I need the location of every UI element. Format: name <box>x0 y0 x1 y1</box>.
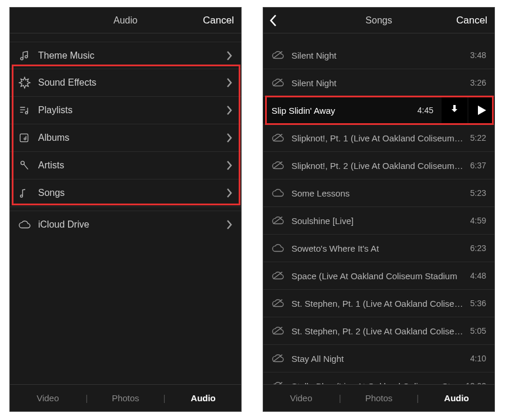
cloud-off-icon <box>272 50 291 60</box>
chevron-right-icon <box>226 160 233 171</box>
cancel-button[interactable]: Cancel <box>456 8 487 33</box>
row-label: Playlists <box>38 105 226 116</box>
songs-screen: Songs Cancel Silent Night3:48Silent Nigh… <box>263 7 495 412</box>
song-row[interactable]: Slipknot!, Pt. 2 (Live At Oakland Colise… <box>263 152 494 179</box>
song-duration: 4:10 <box>470 354 486 363</box>
bottom-tab-bar: Video | Photos | Audio <box>10 384 241 411</box>
svg-line-10 <box>273 162 283 169</box>
svg-line-15 <box>273 355 283 362</box>
cancel-button[interactable]: Cancel <box>203 8 234 33</box>
svg-line-14 <box>273 327 283 334</box>
song-duration: 6:23 <box>470 243 486 253</box>
song-row[interactable]: Silent Night3:26 <box>263 69 494 97</box>
song-row[interactable]: Slipknot!, Pt. 1 (Live At Oakland Colise… <box>263 124 494 152</box>
svg-line-13 <box>273 300 283 307</box>
row-songs[interactable]: Songs <box>10 179 241 207</box>
song-row[interactable]: Space (Live At Oakland Coliseum Stadium4… <box>263 262 494 290</box>
row-label: Songs <box>38 188 226 198</box>
row-icloud-drive[interactable]: iCloud Drive <box>10 211 241 238</box>
svg-line-9 <box>273 134 283 141</box>
chevron-right-icon <box>226 219 233 230</box>
starburst-icon <box>18 76 38 89</box>
song-duration: 6:37 <box>470 161 486 170</box>
song-title: Silent Night <box>291 50 470 60</box>
song-duration: 5:22 <box>470 133 486 143</box>
song-title: Space (Live At Oakland Coliseum Stadium <box>291 271 470 281</box>
row-theme-music[interactable]: Theme Music <box>10 42 241 69</box>
svg-point-1 <box>25 55 28 57</box>
cloud-off-icon <box>272 133 291 143</box>
song-title: Slipknot!, Pt. 1 (Live At Oakland Colise… <box>291 133 470 143</box>
song-title: St. Stephen, Pt. 2 (Live At Oakland Coli… <box>291 326 470 336</box>
mic-icon <box>18 160 38 171</box>
song-title: Silent Night <box>291 78 470 88</box>
song-duration: 4:59 <box>470 216 486 225</box>
cloud-icon <box>18 220 38 229</box>
song-duration: 12:02 <box>466 381 486 384</box>
cloud-off-icon <box>272 161 291 170</box>
title-songs: Songs <box>365 15 392 26</box>
song-row[interactable]: Soulshine [Live]4:59 <box>263 207 494 235</box>
tab-audio[interactable]: Audio <box>165 393 241 403</box>
song-title: Some Lessons <box>291 188 470 198</box>
song-row[interactable]: Soweto's Where It's At6:23 <box>263 235 494 262</box>
song-duration: 3:48 <box>470 50 486 60</box>
tab-audio[interactable]: Audio <box>419 393 494 403</box>
cloud-off-icon <box>272 381 291 384</box>
tab-photos[interactable]: Photos <box>88 393 164 403</box>
song-row[interactable]: Stella Blue (Live At Oakland Coliseum St… <box>263 372 494 384</box>
svg-point-5 <box>21 161 25 165</box>
chevron-right-icon <box>226 105 233 116</box>
play-button[interactable] <box>469 97 494 124</box>
row-sound-effects[interactable]: Sound Effects <box>10 69 241 97</box>
album-icon <box>18 132 38 144</box>
top-bar: Songs Cancel <box>263 8 494 33</box>
download-button[interactable] <box>442 97 467 124</box>
song-title: Stay All Night <box>291 354 470 364</box>
row-albums[interactable]: Albums <box>10 124 241 152</box>
title-audio: Audio <box>114 15 138 26</box>
tab-video[interactable]: Video <box>263 393 339 403</box>
category-list: Theme Music Sound Effects Playlists <box>10 33 241 384</box>
row-artists[interactable]: Artists <box>10 152 241 179</box>
song-row[interactable]: Silent Night3:48 <box>263 42 494 69</box>
songs-list: Silent Night3:48Silent Night3:26Slip Sli… <box>263 33 494 384</box>
song-title: Slip Slidin' Away <box>272 106 418 116</box>
tab-video[interactable]: Video <box>10 393 86 403</box>
song-actions <box>442 97 494 124</box>
song-row[interactable]: Slip Slidin' Away4:45 <box>263 97 494 124</box>
song-row[interactable]: St. Stephen, Pt. 1 (Live At Oakland Coli… <box>263 290 494 317</box>
chevron-right-icon <box>226 77 233 88</box>
song-title: Stella Blue (Live At Oakland Coliseum St… <box>291 381 466 385</box>
song-duration: 5:05 <box>470 326 486 336</box>
song-row[interactable]: Some Lessons5:23 <box>263 179 494 207</box>
cloud-off-icon <box>272 271 291 280</box>
row-label: Sound Effects <box>38 77 226 88</box>
top-bar: Audio Cancel <box>10 8 241 33</box>
cloud-icon <box>272 243 291 253</box>
chevron-right-icon <box>226 188 233 198</box>
row-label: Albums <box>38 133 226 143</box>
song-duration: 5:36 <box>470 299 486 308</box>
svg-line-7 <box>273 52 283 59</box>
song-title: Slipknot!, Pt. 2 (Live At Oakland Colise… <box>291 161 470 171</box>
row-label: iCloud Drive <box>38 219 226 230</box>
svg-rect-3 <box>20 134 28 141</box>
cloud-icon <box>272 188 291 198</box>
back-button[interactable] <box>269 8 287 33</box>
bottom-tab-bar: Video | Photos | Audio <box>263 384 494 411</box>
svg-point-6 <box>21 195 23 197</box>
song-title: Soulshine [Live] <box>291 216 470 226</box>
audio-browser-screen: Audio Cancel Theme Music Sound Effects <box>9 7 242 412</box>
chevron-right-icon <box>226 50 233 61</box>
song-duration: 4:48 <box>470 271 486 280</box>
song-duration: 3:26 <box>470 78 486 87</box>
row-playlists[interactable]: Playlists <box>10 97 241 124</box>
song-row[interactable]: Stay All Night4:10 <box>263 345 494 372</box>
cloud-off-icon <box>272 326 291 336</box>
row-label: Theme Music <box>38 50 226 61</box>
note-icon <box>18 187 38 199</box>
song-row[interactable]: St. Stephen, Pt. 2 (Live At Oakland Coli… <box>263 317 494 345</box>
cloud-off-icon <box>272 354 291 363</box>
tab-photos[interactable]: Photos <box>341 393 417 403</box>
